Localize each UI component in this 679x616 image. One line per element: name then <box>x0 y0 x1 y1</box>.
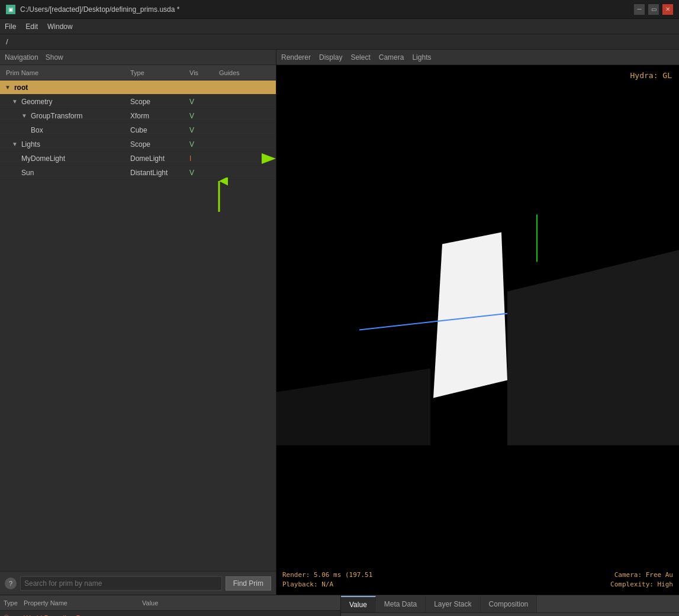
vp-select[interactable]: Select <box>350 53 370 62</box>
restore-button[interactable]: ▭ <box>648 4 659 15</box>
prim-vis-mydomelight: I <box>189 154 219 163</box>
left-panel: Navigation Show Prim Name Type Vis Guide… <box>0 50 276 595</box>
expand-arrow-lights: ▼ <box>12 141 18 147</box>
prim-name-grouptransform: GroupTransform <box>31 112 83 120</box>
menu-edit[interactable]: Edit <box>25 22 38 31</box>
prim-row-grouptransform[interactable]: ▼ GroupTransform Xform V <box>0 109 276 123</box>
green-up-arrow <box>210 178 228 213</box>
metadata-panel: Value Meta Data Layer Stack Composition … <box>341 595 679 616</box>
prim-row-geometry[interactable]: ▼ Geometry Scope V <box>0 95 276 109</box>
prim-type-grouptransform: Xform <box>130 112 189 120</box>
prim-name-sun: Sun <box>21 169 34 177</box>
prim-tree: ▼ root ▼ Geometry Scope V ▼ <box>0 80 276 571</box>
prop-name-bbox: World Bounding Box <box>24 614 142 617</box>
prim-row-lights[interactable]: ▼ Lights Scope V <box>0 137 276 151</box>
meta-header: Field Name Value <box>341 613 679 616</box>
viewport-toolbar: Renderer Display Select Camera Lights <box>276 50 679 65</box>
window-controls: ─ ▭ ✕ <box>634 4 673 15</box>
col-guides: Guides <box>219 69 255 76</box>
camera-stats: Camera: Free Au Complexity: High <box>610 570 673 589</box>
prim-type-box: Cube <box>130 126 189 134</box>
render-stats: Render: 5.06 ms (197.51 Playback: N/A <box>282 570 372 589</box>
prim-name-root: root <box>14 83 28 92</box>
find-prim-button[interactable]: Find Prim <box>226 576 271 591</box>
prim-search-input[interactable] <box>20 576 222 591</box>
prim-type-geometry: Scope <box>130 98 189 106</box>
prim-name-lights: Lights <box>21 140 40 149</box>
expand-arrow-geometry: ▼ <box>12 98 18 105</box>
col-type: Type <box>130 69 189 76</box>
green-arrow-indicator <box>270 150 276 167</box>
menubar: File Edit Window <box>0 19 679 34</box>
prim-vis-grouptransform: V <box>189 112 219 120</box>
tab-metadata[interactable]: Meta Data <box>376 596 426 612</box>
expand-arrow-grouptransform: ▼ <box>21 112 27 119</box>
nav-navigation[interactable]: Navigation <box>5 53 38 62</box>
main-area: Navigation Show Prim Name Type Vis Guide… <box>0 50 679 595</box>
prim-row-mydomelight[interactable]: MyDomeLight DomeLight I <box>0 151 276 166</box>
bottom-area: Type Property Name Value © World Boundin… <box>0 595 679 616</box>
prim-tree-header: Prim Name Type Vis Guides <box>0 65 276 80</box>
properties-panel: Type Property Name Value © World Boundin… <box>0 595 341 616</box>
prim-row-sun[interactable]: Sun DistantLight V <box>0 166 276 180</box>
prim-search-help[interactable]: ? <box>5 578 17 589</box>
prim-vis-sun: V <box>189 169 219 177</box>
tab-value[interactable]: Value <box>341 596 376 612</box>
prim-search-bar: ? Find Prim <box>0 571 276 595</box>
meta-tabs: Value Meta Data Layer Stack Composition <box>341 595 679 613</box>
viewport[interactable]: Hydra: GL Render: 5.06 ms (197.51 Playba… <box>276 65 679 595</box>
props-header: Type Property Name Value <box>0 595 340 611</box>
prim-name-box: Box <box>31 126 43 134</box>
menu-window[interactable]: Window <box>47 22 73 31</box>
prim-vis-box: V <box>189 126 219 134</box>
vp-display[interactable]: Display <box>319 53 342 62</box>
vp-lights[interactable]: Lights <box>412 53 431 62</box>
props-col-value: Value <box>142 599 340 607</box>
minimize-button[interactable]: ─ <box>634 4 645 15</box>
prim-row-root[interactable]: ▼ root <box>0 80 276 95</box>
prim-type-mydomelight: DomeLight <box>130 154 189 163</box>
menu-file[interactable]: File <box>5 22 16 31</box>
prim-type-lights: Scope <box>130 140 189 149</box>
expand-arrow-root: ▼ <box>5 84 11 91</box>
col-vis: Vis <box>189 69 219 76</box>
tab-layer-stack[interactable]: Layer Stack <box>426 596 480 612</box>
tab-composition[interactable]: Composition <box>481 596 538 612</box>
right-panel: Renderer Display Select Camera Lights <box>276 50 679 595</box>
prim-vis-geometry: V <box>189 98 219 106</box>
titlebar: ▣ C:/Users/[redacted]/Desktop/defining_p… <box>0 0 679 19</box>
close-button[interactable]: ✕ <box>662 4 673 15</box>
prim-type-sun: DistantLight <box>130 169 189 177</box>
props-col-name: Property Name <box>24 599 142 607</box>
prop-type-bbox: © <box>0 614 24 616</box>
props-list: © World Bounding Box [(-1, -1, -1)...(1,… <box>0 611 340 616</box>
prim-name-mydomelight: MyDomeLight <box>21 154 65 163</box>
nav-show[interactable]: Show <box>46 53 63 62</box>
props-col-type: Type <box>0 599 24 607</box>
window-title: C:/Users/[redacted]/Desktop/defining_pri… <box>20 5 634 14</box>
app-icon: ▣ <box>6 5 15 14</box>
prim-name-geometry: Geometry <box>21 98 53 106</box>
prim-vis-lights: V <box>189 140 219 149</box>
vp-camera[interactable]: Camera <box>379 53 404 62</box>
pathbar: / <box>0 34 679 50</box>
hydra-label: Hydra: GL <box>630 71 672 80</box>
current-path: / <box>6 37 8 46</box>
vp-renderer[interactable]: Renderer <box>281 53 311 62</box>
prop-row-bbox[interactable]: © World Bounding Box [(-1, -1, -1)...(1,… <box>0 611 340 616</box>
prim-row-box[interactable]: Box Cube V <box>0 123 276 137</box>
nav-bar: Navigation Show <box>0 50 276 65</box>
3d-scene <box>276 65 679 595</box>
col-prim-name: Prim Name <box>0 69 130 76</box>
